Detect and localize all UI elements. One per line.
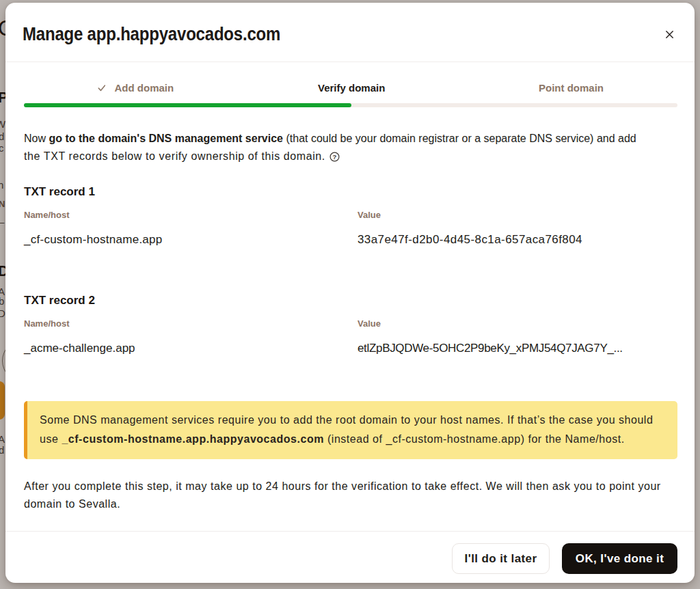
svg-text:?: ? bbox=[333, 153, 337, 161]
